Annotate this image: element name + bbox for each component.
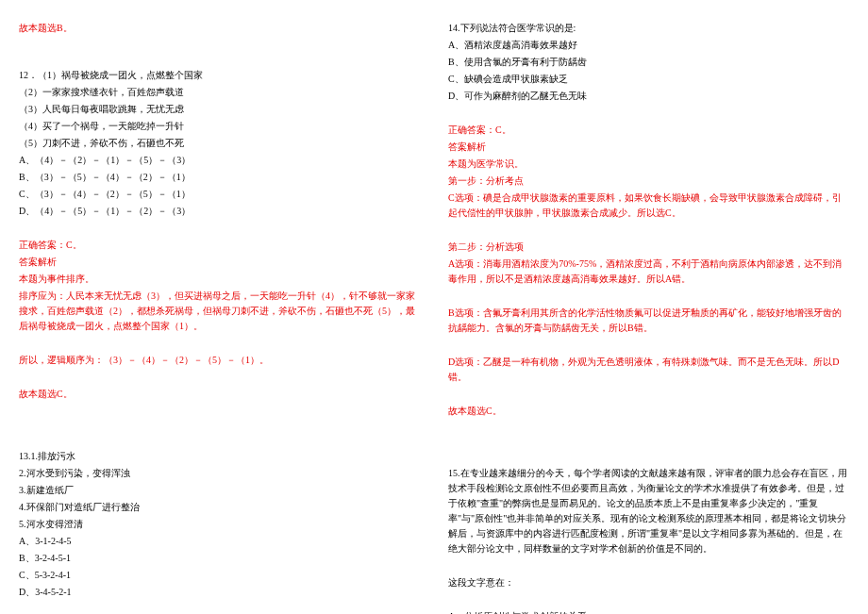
- q12-analysis-text: 排序应为：人民本来无忧无虑（3），但买进祸母之后，一天能吃一升针（4），针不够就…: [19, 289, 420, 334]
- q13-line2: 2.河水受到污染，变得浑浊: [19, 466, 420, 481]
- q13-line5: 5.河水变得澄清: [19, 517, 420, 532]
- q14-option-d: D、可作为麻醉剂的乙醚无色无味: [448, 89, 849, 104]
- q12-conclusion: 所以，逻辑顺序为：（3）－（4）－（2）－（5）－（1）。: [19, 353, 420, 368]
- q13-option-b: B、3-2-4-5-1: [19, 551, 420, 566]
- q14-option-b: B、使用含氯的牙膏有利于防龋齿: [448, 55, 849, 70]
- q12-option-d: D、（4）－（5）－（1）－（2）－（3）: [19, 204, 420, 219]
- question-13: 13.1.排放污水 2.河水受到污染，变得浑浊 3.新建造纸厂 4.环保部门对造…: [19, 449, 420, 614]
- q14-analysis-6: [448, 289, 849, 304]
- q14-analysis-5: A选项：消毒用酒精浓度为70%-75%，酒精浓度过高，不利于酒精向病原体内部渗透…: [448, 257, 849, 287]
- q12-answer: 正确答案：C。: [19, 238, 420, 253]
- q14-analysis-label: 答案解析: [448, 140, 849, 155]
- q12-line2: （2）一家家搜求缝衣针，百姓怨声载道: [19, 85, 420, 100]
- q14-analysis-11: 故本题选C。: [448, 404, 849, 419]
- question-12: 12．（1）祸母被烧成一团火，点燃整个国家 （2）一家家搜求缝衣针，百姓怨声载道…: [19, 68, 420, 402]
- q12-final: 故本题选C。: [19, 387, 420, 402]
- q14-analysis-8: [448, 338, 849, 353]
- left-column: 故本题选B。 12．（1）祸母被烧成一团火，点燃整个国家 （2）一家家搜求缝衣针…: [19, 19, 420, 614]
- q12-line3: （3）人民每日每夜唱歌跳舞，无忧无虑: [19, 102, 420, 117]
- q12-line1: 12．（1）祸母被烧成一团火，点燃整个国家: [19, 68, 420, 83]
- q13-line1: 13.1.排放污水: [19, 449, 420, 464]
- q12-line4: （4）买了一个祸母，一天能吃掉一升针: [19, 119, 420, 134]
- q12-line5: （5）刀刺不进，斧砍不伤，石砸也不死: [19, 136, 420, 151]
- q14-option-a: A、酒精浓度越高消毒效果越好: [448, 38, 849, 53]
- q13-line4: 4.环保部门对造纸厂进行整治: [19, 500, 420, 515]
- q15-option-a: A、分析原创性与学术创新的关系: [448, 609, 849, 614]
- q14-option-c: C、缺碘会造成甲状腺素缺乏: [448, 72, 849, 87]
- q13-option-a: A、3-1-2-4-5: [19, 534, 420, 549]
- q15-stem: 这段文字意在：: [448, 575, 849, 590]
- q12-option-b: B、（3）－（5）－（4）－（2）－（1）: [19, 170, 420, 185]
- q13-option-c: C、5-3-2-4-1: [19, 568, 420, 583]
- prev-conclusion: 故本题选B。: [19, 21, 420, 36]
- right-column: 14.下列说法符合医学常识的是: A、酒精浓度越高消毒效果越好 B、使用含氯的牙…: [448, 19, 849, 614]
- q12-analysis-type: 本题为事件排序。: [19, 272, 420, 287]
- q12-option-a: A、（4）－（2）－（1）－（5）－（3）: [19, 153, 420, 168]
- question-14: 14.下列说法符合医学常识的是: A、酒精浓度越高消毒效果越好 B、使用含氯的牙…: [448, 21, 849, 419]
- q13-line3: 3.新建造纸厂: [19, 483, 420, 498]
- q14-analysis-1: 第一步：分析考点: [448, 174, 849, 189]
- q14-answer: 正确答案：C。: [448, 123, 849, 138]
- question-15: 15.在专业越来越细分的今天，每个学者阅读的文献越来越有限，评审者的眼力总会存在…: [448, 466, 849, 614]
- q14-analysis-4: 第二步：分析选项: [448, 240, 849, 255]
- q14-analysis-0: 本题为医学常识。: [448, 157, 849, 172]
- q13-option-d: D、3-4-5-2-1: [19, 585, 420, 600]
- q14-analysis-3: [448, 223, 849, 238]
- q14-analysis-9: D选项：乙醚是一种有机物，外观为无色透明液体，有特殊刺激气味。而不是无色无味。所…: [448, 355, 849, 385]
- q12-analysis-label: 答案解析: [19, 255, 420, 270]
- q14-analysis-2: C选项：碘是合成甲状腺激素的重要原料，如果饮食长期缺碘，会导致甲状腺激素合成障碍…: [448, 191, 849, 221]
- q12-option-c: C、（3）－（4）－（2）－（5）－（1）: [19, 187, 420, 202]
- q14-title: 14.下列说法符合医学常识的是:: [448, 21, 849, 36]
- q15-text: 15.在专业越来越细分的今天，每个学者阅读的文献越来越有限，评审者的眼力总会存在…: [448, 466, 849, 556]
- q14-analysis-7: B选项：含氟牙膏利用其所含的化学活性物质氟可以促进牙釉质的再矿化，能较好地增强牙…: [448, 306, 849, 336]
- q14-analysis-10: [448, 387, 849, 402]
